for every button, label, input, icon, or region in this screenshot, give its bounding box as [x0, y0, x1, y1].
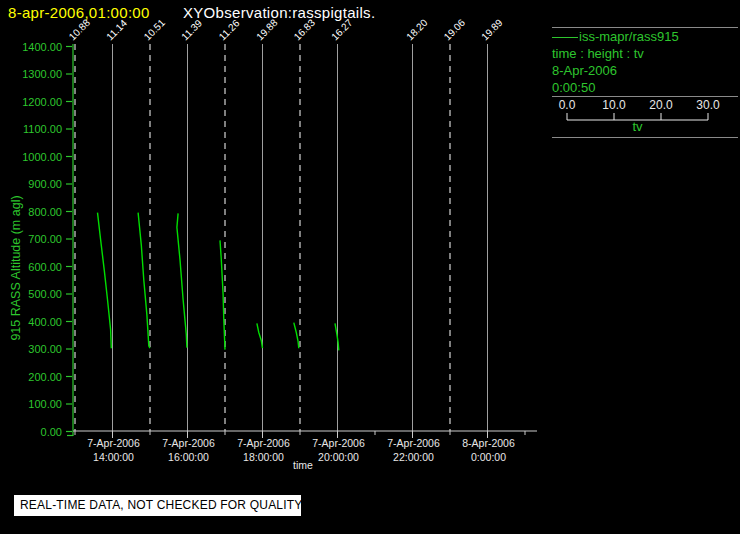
x-tick-date: 7-Apr-2006: [312, 437, 365, 449]
x-tick-date: 7-Apr-2006: [237, 437, 290, 449]
legend-date: 8-Apr-2006: [552, 62, 738, 79]
y-tick-label: 100.00: [28, 398, 62, 410]
y-axis: 0.00100.00200.00300.00400.00500.00600.00…: [9, 41, 73, 438]
profile-tv-label: 10.88: [67, 17, 93, 43]
profile-tv-label: 18.20: [404, 17, 430, 43]
y-tick-label: 500.00: [28, 288, 62, 300]
profile-tv-label: 10.51: [142, 17, 168, 43]
profile-tv-label: 19.06: [442, 17, 468, 43]
x-tick-date: 7-Apr-2006: [87, 437, 140, 449]
profile-tv-label: 16.83: [292, 17, 318, 43]
x-tick-time: 20:00:00: [318, 451, 359, 463]
tv-scale-tick-20: 20.0: [649, 98, 672, 112]
x-axis-title: time: [293, 459, 313, 471]
y-tick-label: 200.00: [28, 371, 62, 383]
rass-traces: [98, 213, 339, 351]
tv-scale-label: tv: [567, 119, 708, 134]
x-tick-time: 14:00:00: [93, 451, 134, 463]
x-tick-time: 22:00:00: [393, 451, 434, 463]
tv-scale-tick-10: 10.0: [602, 98, 625, 112]
y-tick-label: 700.00: [28, 233, 62, 245]
profile-tv-label: 16.27: [329, 17, 355, 43]
profile-tv-label: 11.39: [179, 17, 204, 42]
y-axis-title: 915 RASS Altitude (m agl): [9, 195, 23, 340]
profile-tv-label: 19.88: [254, 17, 280, 43]
y-tick-label: 1300.00: [22, 68, 62, 80]
tv-scale-tick-0: 0.0: [559, 98, 576, 112]
profile-time-lines: 10.8811.1410.5111.3911.2619.8816.8316.27…: [67, 17, 505, 431]
rass-trace: [220, 240, 225, 349]
rass-trace: [257, 323, 263, 348]
rass-trace: [138, 213, 150, 349]
legend-line-sample-icon: [552, 37, 578, 38]
y-tick-label: 900.00: [28, 178, 62, 190]
rass-trace: [177, 213, 187, 347]
y-tick-label: 1000.00: [22, 151, 62, 163]
x-tick-time: 18:00:00: [243, 451, 284, 463]
pigtail-plot: 10.8811.1410.5111.3911.2619.8816.8316.27…: [0, 0, 545, 480]
legend-panel: iss-mapr/rass915 time : height : tv 8-Ap…: [552, 27, 738, 138]
profile-tv-label: 11.26: [217, 17, 242, 42]
x-tick-time: 0:00:00: [471, 451, 506, 463]
y-tick-label: 1400.00: [22, 41, 62, 53]
rass-trace: [335, 323, 339, 350]
rass-trace: [98, 213, 112, 349]
y-tick-label: 300.00: [28, 343, 62, 355]
rass-trace: [294, 323, 299, 349]
y-tick-label: 400.00: [28, 316, 62, 328]
x-tick-time: 16:00:00: [168, 451, 209, 463]
profile-tv-label: 11.14: [104, 17, 129, 42]
x-tick-date: 8-Apr-2006: [462, 437, 515, 449]
x-tick-date: 7-Apr-2006: [162, 437, 215, 449]
tv-scale-tick-30: 30.0: [696, 98, 719, 112]
legend-duration: 0:00:50: [552, 79, 738, 96]
x-axis: 7-Apr-200614:00:007-Apr-200616:00:007-Ap…: [73, 431, 537, 471]
y-tick-label: 0.00: [41, 426, 62, 438]
legend-bottom-divider: [552, 137, 738, 138]
quality-notice: REAL-TIME DATA, NOT CHECKED FOR QUALITY: [14, 495, 301, 516]
y-tick-label: 800.00: [28, 206, 62, 218]
y-tick-label: 600.00: [28, 261, 62, 273]
legend-series-row: iss-mapr/rass915: [552, 28, 738, 45]
rass-pigtail-display: 8-apr-2006,01:00:00 XYObservation:rasspi…: [0, 0, 740, 534]
legend-fields: time : height : tv: [552, 45, 738, 62]
x-tick-date: 7-Apr-2006: [387, 437, 440, 449]
profile-tv-label: 19.89: [479, 17, 505, 43]
y-tick-label: 1200.00: [22, 96, 62, 108]
legend-series-name: iss-mapr/rass915: [579, 29, 679, 44]
tv-scale: 0.0 10.0 20.0 30.0 tv: [552, 97, 738, 137]
y-tick-label: 1100.00: [23, 123, 62, 135]
